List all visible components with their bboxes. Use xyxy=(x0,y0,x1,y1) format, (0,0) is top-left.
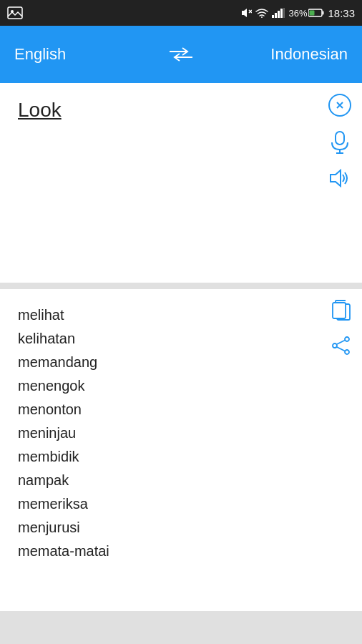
wifi-icon xyxy=(255,8,268,18)
list-item: melihat xyxy=(18,303,319,327)
copy-button[interactable] xyxy=(331,300,351,321)
svg-point-26 xyxy=(333,343,337,348)
translation-results: melihatkelihatanmemandangmenengokmenonto… xyxy=(18,303,319,563)
list-item: menengok xyxy=(18,374,319,398)
input-area: Look xyxy=(0,83,362,283)
list-item: menjurusi xyxy=(18,516,319,540)
svg-rect-9 xyxy=(280,9,283,18)
gallery-icon xyxy=(7,6,23,19)
svg-rect-13 xyxy=(310,11,315,16)
source-language[interactable]: English xyxy=(14,45,154,64)
svg-point-24 xyxy=(345,337,349,341)
list-item: kelihatan xyxy=(18,327,319,351)
list-item: meninjau xyxy=(18,421,319,445)
svg-marker-21 xyxy=(331,170,341,186)
status-bar: 36% 18:33 xyxy=(0,0,362,26)
battery-icon: 36% xyxy=(288,8,324,19)
svg-rect-12 xyxy=(323,11,324,15)
mic-button[interactable] xyxy=(330,131,350,154)
svg-line-27 xyxy=(337,341,345,345)
share-button[interactable] xyxy=(331,336,351,356)
list-item: memeriksa xyxy=(18,492,319,516)
input-text[interactable]: Look xyxy=(18,99,62,121)
svg-rect-6 xyxy=(272,15,274,18)
list-item: nampak xyxy=(18,469,319,492)
swap-languages-button[interactable] xyxy=(154,46,208,63)
mute-icon xyxy=(240,7,252,19)
results-area: melihatkelihatanmemandangmenengokmenonto… xyxy=(0,289,362,611)
svg-marker-2 xyxy=(242,9,247,17)
battery-percent: 36% xyxy=(288,8,307,19)
svg-point-25 xyxy=(345,350,349,354)
toolbar: English Indonesian xyxy=(0,26,362,83)
target-language[interactable]: Indonesian xyxy=(208,45,348,64)
clear-button[interactable] xyxy=(328,94,351,117)
speaker-button[interactable] xyxy=(329,168,351,188)
signal-icon xyxy=(272,8,285,18)
svg-rect-18 xyxy=(336,132,344,145)
svg-rect-0 xyxy=(8,7,22,19)
svg-point-5 xyxy=(261,16,263,18)
svg-rect-7 xyxy=(275,13,277,18)
list-item: membidik xyxy=(18,445,319,469)
list-item: memandang xyxy=(18,351,319,374)
status-bar-left xyxy=(7,6,23,19)
status-bar-right: 36% 18:33 xyxy=(240,7,355,19)
result-actions xyxy=(331,300,351,356)
svg-line-28 xyxy=(337,347,345,351)
input-actions xyxy=(328,94,351,188)
svg-rect-23 xyxy=(333,303,346,318)
status-time: 18:33 xyxy=(328,7,355,19)
list-item: memata-matai xyxy=(18,540,319,563)
list-item: menonton xyxy=(18,398,319,421)
svg-rect-8 xyxy=(278,11,280,18)
svg-rect-10 xyxy=(283,8,285,18)
